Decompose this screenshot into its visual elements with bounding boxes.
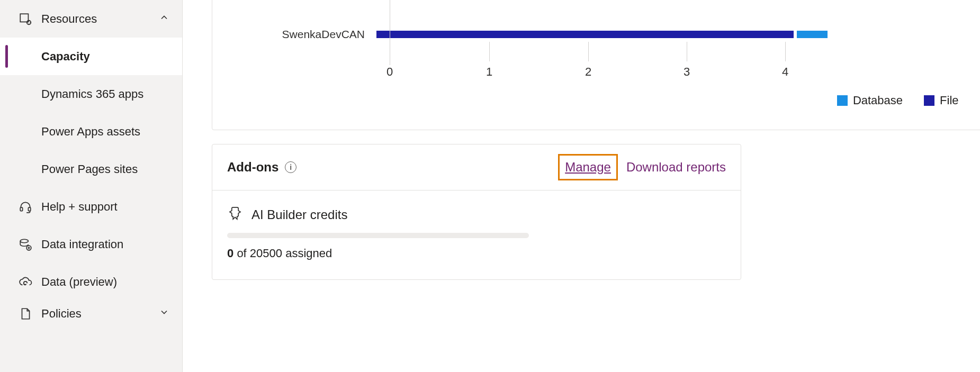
sidebar-item-capacity[interactable]: Capacity bbox=[0, 38, 182, 75]
legend-item-database: Database bbox=[837, 94, 903, 107]
document-icon bbox=[18, 306, 33, 321]
storage-chart-card: Microsoft Supply Chain Center… SwenkaDev… bbox=[212, 0, 980, 130]
axis-tick: 1 bbox=[486, 65, 492, 79]
sidebar-item-powerapps[interactable]: Power Apps assets bbox=[0, 113, 182, 150]
legend-item-file: File bbox=[924, 94, 958, 107]
download-reports-link[interactable]: Download reports bbox=[626, 160, 726, 175]
sidebar-item-label: Dynamics 365 apps bbox=[41, 87, 143, 101]
assigned-total: 20500 bbox=[250, 247, 282, 260]
resources-icon bbox=[18, 12, 33, 26]
database-icon bbox=[18, 237, 33, 252]
ai-builder-title: AI Builder credits bbox=[251, 207, 347, 222]
legend-label: Database bbox=[853, 94, 903, 107]
addons-header: Add-ons i Manage Download reports bbox=[212, 144, 741, 190]
svg-rect-2 bbox=[20, 207, 22, 211]
sidebar-item-data-integration[interactable]: Data integration bbox=[0, 225, 182, 263]
sidebar-item-data-preview[interactable]: Data (preview) bbox=[0, 263, 182, 301]
bar-database bbox=[797, 31, 828, 38]
chevron-up-icon bbox=[159, 12, 169, 26]
sidebar-item-resources[interactable]: Resources bbox=[0, 0, 182, 38]
legend-label: File bbox=[940, 94, 958, 107]
sidebar-item-label: Data (preview) bbox=[41, 275, 117, 289]
info-icon[interactable]: i bbox=[285, 161, 296, 173]
sidebar-item-help[interactable]: Help + support bbox=[0, 188, 182, 225]
axis-tick: 3 bbox=[684, 65, 690, 79]
sidebar-item-powerpages[interactable]: Power Pages sites bbox=[0, 150, 182, 188]
axis-tick: 0 bbox=[386, 65, 393, 79]
cloud-sync-icon bbox=[18, 275, 33, 289]
addons-card: Add-ons i Manage Download reports AI Bui… bbox=[212, 144, 741, 280]
sidebar: Resources Capacity Dynamics 365 apps Pow… bbox=[0, 0, 183, 372]
sidebar-item-dynamics[interactable]: Dynamics 365 apps bbox=[0, 75, 182, 113]
chart-bar bbox=[376, 21, 980, 48]
headset-icon bbox=[18, 199, 33, 214]
chevron-down-icon bbox=[159, 307, 169, 321]
sidebar-item-label: Resources bbox=[41, 12, 97, 26]
sidebar-item-policies[interactable]: Policies bbox=[0, 301, 182, 327]
assigned-value: 0 bbox=[227, 247, 233, 260]
svg-rect-0 bbox=[20, 14, 28, 22]
x-axis: 0 1 2 3 4 bbox=[376, 48, 980, 90]
sidebar-item-label: Capacity bbox=[41, 50, 90, 63]
sidebar-item-label: Power Pages sites bbox=[41, 162, 138, 176]
chart-category-label: SwenkaDevCAN bbox=[212, 28, 376, 41]
svg-point-4 bbox=[20, 239, 28, 243]
axis-tick: 2 bbox=[585, 65, 591, 79]
chart-legend: Database File Lo bbox=[212, 90, 980, 117]
sidebar-item-label: Power Apps assets bbox=[41, 125, 140, 139]
chart-row: SwenkaDevCAN bbox=[212, 21, 980, 48]
swatch-database bbox=[837, 95, 848, 106]
sidebar-item-label: Help + support bbox=[41, 200, 118, 214]
addons-title: Add-ons bbox=[227, 160, 278, 175]
bar-file bbox=[376, 31, 794, 38]
sidebar-item-label: Policies bbox=[41, 307, 82, 321]
axis-tick: 4 bbox=[782, 65, 788, 79]
svg-rect-3 bbox=[28, 207, 30, 211]
sidebar-item-label: Data integration bbox=[41, 238, 123, 251]
main-content: Microsoft Supply Chain Center… SwenkaDev… bbox=[183, 0, 980, 372]
manage-link[interactable]: Manage bbox=[558, 154, 618, 180]
ai-builder-assigned-text: 0 of 20500 assigned bbox=[227, 247, 726, 260]
ai-builder-icon bbox=[227, 205, 243, 224]
ai-builder-progress bbox=[227, 233, 529, 238]
swatch-file bbox=[924, 95, 934, 106]
